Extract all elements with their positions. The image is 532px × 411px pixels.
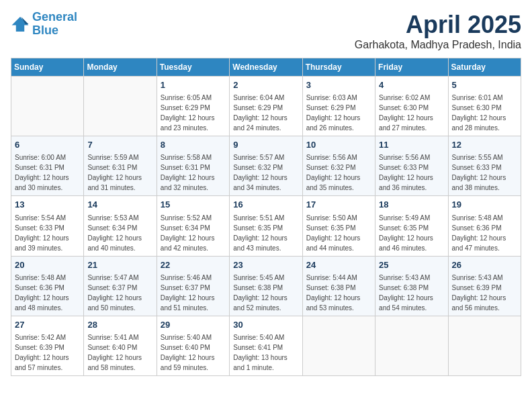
day-info-line: Sunrise: 5:57 AM bbox=[233, 154, 284, 161]
day-info-line: Daylight: 12 hours and 34 minutes. bbox=[233, 174, 287, 191]
weekday-header-monday: Monday bbox=[84, 58, 157, 77]
calendar-cell: 15Sunrise: 5:52 AMSunset: 6:34 PMDayligh… bbox=[157, 196, 229, 256]
day-info: Sunrise: 6:05 AMSunset: 6:29 PMDaylight:… bbox=[161, 93, 226, 133]
page-header: General Blue April 2025 Garhakota, Madhy… bbox=[11, 11, 521, 51]
day-info-line: Sunrise: 5:50 AM bbox=[306, 214, 357, 222]
day-info-line: Sunset: 6:31 PM bbox=[161, 164, 210, 171]
day-info-line: Sunset: 6:31 PM bbox=[87, 164, 137, 171]
day-info-line: Sunrise: 6:03 AM bbox=[306, 94, 357, 101]
day-info-line: Daylight: 12 hours and 35 minutes. bbox=[306, 174, 361, 191]
day-info-line: Sunset: 6:31 PM bbox=[15, 164, 64, 171]
calendar-cell: 25Sunrise: 5:43 AMSunset: 6:38 PMDayligh… bbox=[375, 256, 448, 316]
day-info-line: Sunset: 6:32 PM bbox=[233, 164, 283, 171]
calendar-cell: 18Sunrise: 5:49 AMSunset: 6:35 PMDayligh… bbox=[375, 196, 448, 256]
calendar-cell: 8Sunrise: 5:58 AMSunset: 6:31 PMDaylight… bbox=[157, 136, 229, 196]
day-info-line: Daylight: 12 hours and 58 minutes. bbox=[87, 354, 142, 371]
day-info-line: Sunrise: 5:41 AM bbox=[87, 334, 138, 341]
day-info: Sunrise: 5:42 AMSunset: 6:39 PMDaylight:… bbox=[15, 332, 80, 373]
day-info: Sunrise: 5:40 AMSunset: 6:41 PMDaylight:… bbox=[233, 332, 298, 373]
calendar-week-2: 6Sunrise: 6:00 AMSunset: 6:31 PMDaylight… bbox=[11, 136, 521, 196]
day-info-line: Sunset: 6:39 PM bbox=[452, 284, 502, 291]
day-info-line: Sunset: 6:36 PM bbox=[452, 224, 502, 232]
day-info-line: Daylight: 12 hours and 40 minutes. bbox=[87, 234, 142, 252]
calendar-cell: 12Sunrise: 5:55 AMSunset: 6:33 PMDayligh… bbox=[448, 136, 521, 196]
day-info-line: Sunrise: 5:49 AM bbox=[379, 214, 430, 222]
day-info-line: Daylight: 12 hours and 42 minutes. bbox=[161, 234, 215, 252]
day-number: 4 bbox=[379, 79, 444, 91]
calendar-cell: 5Sunrise: 6:01 AMSunset: 6:30 PMDaylight… bbox=[448, 77, 521, 136]
day-info: Sunrise: 5:57 AMSunset: 6:32 PMDaylight:… bbox=[233, 152, 298, 193]
day-info-line: Sunrise: 5:40 AM bbox=[161, 334, 212, 341]
day-info: Sunrise: 5:41 AMSunset: 6:40 PMDaylight:… bbox=[87, 332, 152, 373]
day-info-line: Sunset: 6:35 PM bbox=[379, 224, 429, 232]
day-info-line: Sunrise: 5:52 AM bbox=[161, 214, 212, 222]
calendar-table: SundayMondayTuesdayWednesdayThursdayFrid… bbox=[11, 58, 521, 376]
calendar-cell: 3Sunrise: 6:03 AMSunset: 6:29 PMDaylight… bbox=[302, 77, 375, 136]
calendar-cell: 17Sunrise: 5:50 AMSunset: 6:35 PMDayligh… bbox=[302, 196, 375, 256]
day-number: 24 bbox=[306, 259, 371, 271]
day-number: 15 bbox=[161, 199, 226, 211]
calendar-cell: 6Sunrise: 6:00 AMSunset: 6:31 PMDaylight… bbox=[11, 136, 84, 196]
day-info: Sunrise: 5:55 AMSunset: 6:33 PMDaylight:… bbox=[452, 152, 517, 193]
calendar-cell: 28Sunrise: 5:41 AMSunset: 6:40 PMDayligh… bbox=[84, 316, 157, 375]
calendar-cell: 22Sunrise: 5:46 AMSunset: 6:37 PMDayligh… bbox=[157, 256, 229, 316]
calendar-cell: 14Sunrise: 5:53 AMSunset: 6:34 PMDayligh… bbox=[84, 196, 157, 256]
day-info-line: Sunset: 6:37 PM bbox=[87, 284, 137, 291]
day-info-line: Sunset: 6:38 PM bbox=[379, 284, 429, 291]
day-number: 26 bbox=[452, 259, 517, 271]
day-info-line: Sunrise: 5:53 AM bbox=[87, 214, 138, 222]
calendar-cell: 7Sunrise: 5:59 AMSunset: 6:31 PMDaylight… bbox=[84, 136, 157, 196]
day-info-line: Sunset: 6:30 PM bbox=[452, 104, 502, 111]
calendar-cell: 20Sunrise: 5:48 AMSunset: 6:36 PMDayligh… bbox=[11, 256, 84, 316]
calendar-cell bbox=[84, 77, 157, 136]
day-number: 28 bbox=[87, 319, 152, 331]
day-number: 20 bbox=[15, 259, 80, 271]
calendar-cell: 21Sunrise: 5:47 AMSunset: 6:37 PMDayligh… bbox=[84, 256, 157, 316]
day-info: Sunrise: 6:04 AMSunset: 6:29 PMDaylight:… bbox=[233, 93, 298, 133]
day-info-line: Daylight: 12 hours and 24 minutes. bbox=[233, 114, 287, 132]
day-info: Sunrise: 5:56 AMSunset: 6:32 PMDaylight:… bbox=[306, 152, 371, 193]
calendar-cell: 19Sunrise: 5:48 AMSunset: 6:36 PMDayligh… bbox=[448, 196, 521, 256]
day-info-line: Sunset: 6:41 PM bbox=[233, 344, 283, 351]
weekday-header-saturday: Saturday bbox=[448, 58, 521, 77]
day-info-line: Sunrise: 5:40 AM bbox=[233, 334, 284, 341]
day-number: 29 bbox=[161, 319, 226, 331]
day-info-line: Sunrise: 6:00 AM bbox=[15, 154, 66, 161]
day-info: Sunrise: 5:53 AMSunset: 6:34 PMDaylight:… bbox=[87, 213, 152, 253]
day-info-line: Daylight: 12 hours and 44 minutes. bbox=[306, 234, 361, 252]
calendar-cell: 9Sunrise: 5:57 AMSunset: 6:32 PMDaylight… bbox=[230, 136, 302, 196]
weekday-header-tuesday: Tuesday bbox=[157, 58, 229, 77]
month-title: April 2025 bbox=[355, 11, 521, 39]
day-number: 10 bbox=[306, 139, 371, 151]
day-info-line: Daylight: 12 hours and 48 minutes. bbox=[15, 294, 69, 312]
day-number: 19 bbox=[452, 199, 517, 211]
day-info-line: Sunrise: 5:58 AM bbox=[161, 154, 212, 161]
calendar-cell: 13Sunrise: 5:54 AMSunset: 6:33 PMDayligh… bbox=[11, 196, 84, 256]
day-info: Sunrise: 5:46 AMSunset: 6:37 PMDaylight:… bbox=[161, 273, 226, 313]
day-number: 9 bbox=[233, 139, 298, 151]
day-info: Sunrise: 5:58 AMSunset: 6:31 PMDaylight:… bbox=[161, 152, 226, 193]
day-info: Sunrise: 6:00 AMSunset: 6:31 PMDaylight:… bbox=[15, 152, 80, 193]
day-number: 6 bbox=[15, 139, 80, 151]
day-info-line: Sunrise: 6:04 AM bbox=[233, 94, 284, 101]
day-number: 27 bbox=[15, 319, 80, 331]
logo-blue: Blue bbox=[32, 24, 58, 37]
day-info-line: Sunset: 6:36 PM bbox=[15, 284, 64, 291]
day-info: Sunrise: 5:50 AMSunset: 6:35 PMDaylight:… bbox=[306, 213, 371, 253]
calendar-cell bbox=[375, 316, 448, 375]
calendar-week-1: 1Sunrise: 6:05 AMSunset: 6:29 PMDaylight… bbox=[11, 77, 521, 136]
day-info-line: Daylight: 12 hours and 32 minutes. bbox=[161, 174, 215, 191]
day-info-line: Sunset: 6:34 PM bbox=[161, 224, 210, 232]
calendar-cell: 2Sunrise: 6:04 AMSunset: 6:29 PMDaylight… bbox=[230, 77, 302, 136]
day-info-line: Sunset: 6:29 PM bbox=[161, 104, 210, 111]
day-number: 30 bbox=[233, 319, 298, 331]
calendar-cell: 26Sunrise: 5:43 AMSunset: 6:39 PMDayligh… bbox=[448, 256, 521, 316]
day-number: 2 bbox=[233, 79, 298, 91]
day-info-line: Sunrise: 5:47 AM bbox=[87, 274, 138, 281]
day-number: 17 bbox=[306, 199, 371, 211]
day-info-line: Sunset: 6:38 PM bbox=[306, 284, 356, 291]
day-info-line: Sunset: 6:33 PM bbox=[15, 224, 64, 232]
day-info: Sunrise: 5:44 AMSunset: 6:38 PMDaylight:… bbox=[306, 273, 371, 313]
calendar-cell: 29Sunrise: 5:40 AMSunset: 6:40 PMDayligh… bbox=[157, 316, 229, 375]
day-info-line: Sunrise: 5:54 AM bbox=[15, 214, 66, 222]
